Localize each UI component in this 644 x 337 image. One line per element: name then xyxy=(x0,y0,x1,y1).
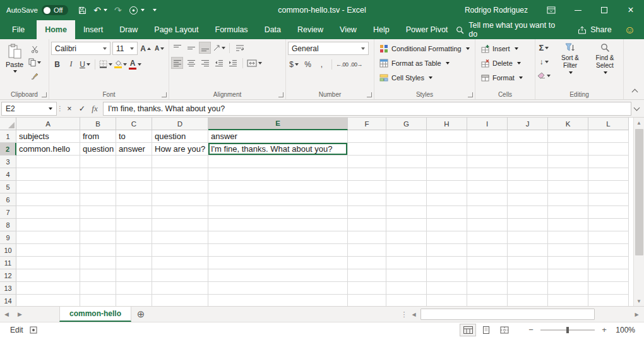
cell-A14[interactable] xyxy=(16,295,80,306)
touch-mode-button[interactable] xyxy=(129,6,145,15)
cell-F2[interactable] xyxy=(348,143,386,156)
column-header-F[interactable]: F xyxy=(348,118,386,130)
styles-dialog-launcher[interactable] xyxy=(468,92,473,97)
cell-L5[interactable] xyxy=(588,181,629,193)
cell-D9[interactable] xyxy=(152,231,208,244)
cell-styles-button[interactable]: Cell Styles xyxy=(376,71,473,85)
tab-page-layout[interactable]: Page Layout xyxy=(146,20,206,39)
conditional-formatting-button[interactable]: Conditional Formatting xyxy=(376,42,473,56)
share-button[interactable]: Share xyxy=(578,25,611,34)
cell-E3[interactable] xyxy=(208,156,348,168)
cell-H4[interactable] xyxy=(427,168,467,181)
select-all-button[interactable] xyxy=(0,118,16,130)
row-header-6[interactable]: 6 xyxy=(0,193,16,206)
cell-I13[interactable] xyxy=(467,282,508,295)
horizontal-scroll-thumb[interactable] xyxy=(420,309,595,320)
zoom-out-button[interactable]: − xyxy=(527,325,535,334)
increase-decimal-button[interactable]: ←.00 xyxy=(336,58,349,70)
cell-D1[interactable]: question xyxy=(152,130,208,143)
cell-A9[interactable] xyxy=(16,231,80,244)
cell-E12[interactable] xyxy=(208,269,348,282)
cell-F8[interactable] xyxy=(348,219,386,231)
cell-K9[interactable] xyxy=(548,231,588,244)
cell-I4[interactable] xyxy=(467,168,508,181)
cell-I14[interactable] xyxy=(467,295,508,306)
minimize-button[interactable] xyxy=(564,0,591,20)
number-dialog-launcher[interactable] xyxy=(367,92,372,97)
align-right-button[interactable] xyxy=(199,57,211,69)
cell-K10[interactable] xyxy=(548,244,588,257)
tab-help[interactable]: Help xyxy=(365,20,398,39)
zoom-slider-thumb[interactable] xyxy=(566,327,569,333)
cell-D7[interactable] xyxy=(152,206,208,219)
cell-H1[interactable] xyxy=(427,130,467,143)
undo-button[interactable]: ↶ xyxy=(93,6,107,15)
scroll-up-icon[interactable]: ▲ xyxy=(634,118,644,128)
feedback-smiley-button[interactable]: ☺ xyxy=(624,25,635,35)
cell-E5[interactable] xyxy=(208,181,348,193)
cell-B10[interactable] xyxy=(80,244,116,257)
cell-G10[interactable] xyxy=(386,244,427,257)
cell-C8[interactable] xyxy=(116,219,152,231)
row-header-8[interactable]: 8 xyxy=(0,219,16,231)
cell-A8[interactable] xyxy=(16,219,80,231)
row-header-7[interactable]: 7 xyxy=(0,206,16,219)
vertical-scroll-thumb[interactable] xyxy=(635,129,643,255)
previous-sheet-button[interactable]: ◀ xyxy=(0,307,13,322)
cell-C11[interactable] xyxy=(116,257,152,269)
row-header-3[interactable]: 3 xyxy=(0,156,16,168)
cell-D8[interactable] xyxy=(152,219,208,231)
cell-J11[interactable] xyxy=(508,257,548,269)
cell-F9[interactable] xyxy=(348,231,386,244)
cell-A3[interactable] xyxy=(16,156,80,168)
cell-F10[interactable] xyxy=(348,244,386,257)
cell-G14[interactable] xyxy=(386,295,427,306)
cell-K2[interactable] xyxy=(548,143,588,156)
ribbon-display-options-button[interactable] xyxy=(538,0,564,20)
zoom-slider[interactable] xyxy=(540,326,595,334)
row-header-11[interactable]: 11 xyxy=(0,257,16,269)
cell-D11[interactable] xyxy=(152,257,208,269)
cell-E9[interactable] xyxy=(208,231,348,244)
autosave-toggle[interactable]: Off xyxy=(42,5,68,15)
cell-H3[interactable] xyxy=(427,156,467,168)
name-box[interactable]: E2 xyxy=(1,102,57,116)
delete-cells-button[interactable]: Delete xyxy=(477,56,533,70)
tab-data[interactable]: Data xyxy=(256,20,289,39)
zoom-level[interactable]: 100% xyxy=(614,326,635,334)
cell-B2[interactable]: question xyxy=(80,143,116,156)
cell-F5[interactable] xyxy=(348,181,386,193)
cell-C2[interactable]: answer xyxy=(116,143,152,156)
cell-G4[interactable] xyxy=(386,168,427,181)
copy-button[interactable] xyxy=(28,56,41,68)
vertical-scrollbar[interactable]: ▲ ▼ xyxy=(633,118,644,306)
cell-C14[interactable] xyxy=(116,295,152,306)
cell-C4[interactable] xyxy=(116,168,152,181)
top-align-button[interactable] xyxy=(171,42,183,54)
cell-E4[interactable] xyxy=(208,168,348,181)
cell-K3[interactable] xyxy=(548,156,588,168)
maximize-button[interactable] xyxy=(591,0,617,20)
cell-C9[interactable] xyxy=(116,231,152,244)
format-painter-button[interactable] xyxy=(28,70,41,82)
cell-F11[interactable] xyxy=(348,257,386,269)
expand-formula-bar-button[interactable] xyxy=(634,104,640,111)
enter-entry-button[interactable]: ✓ xyxy=(76,102,88,116)
number-format-select[interactable]: General xyxy=(288,42,369,55)
cell-A12[interactable] xyxy=(16,269,80,282)
cell-A2[interactable]: common.hello xyxy=(16,143,80,156)
cell-E1[interactable]: answer xyxy=(208,130,348,143)
row-header-13[interactable]: 13 xyxy=(0,282,16,295)
cell-K6[interactable] xyxy=(548,193,588,206)
column-header-A[interactable]: A xyxy=(16,118,80,130)
cell-L11[interactable] xyxy=(588,257,629,269)
cell-L9[interactable] xyxy=(588,231,629,244)
cell-F13[interactable] xyxy=(348,282,386,295)
font-size-select[interactable]: 11 xyxy=(112,42,138,55)
cell-F4[interactable] xyxy=(348,168,386,181)
zoom-in-button[interactable]: + xyxy=(600,325,609,334)
cell-H9[interactable] xyxy=(427,231,467,244)
cell-K11[interactable] xyxy=(548,257,588,269)
cell-C3[interactable] xyxy=(116,156,152,168)
scroll-down-icon[interactable]: ▼ xyxy=(634,296,644,306)
